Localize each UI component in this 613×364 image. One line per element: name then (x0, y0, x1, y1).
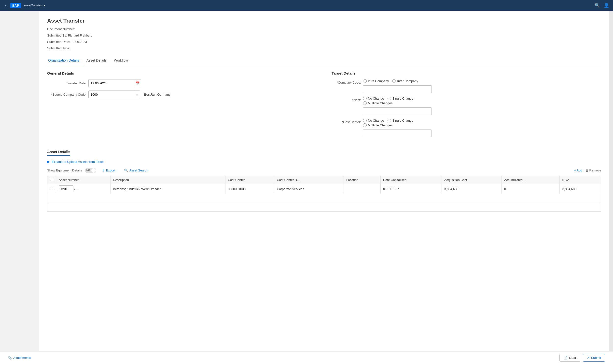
asset-table: Asset Number Description Cost Center Cos… (47, 176, 601, 212)
plant-single-change-radio[interactable]: Single Change (388, 97, 413, 100)
cc-single-change-input[interactable] (388, 119, 391, 122)
calendar-icon[interactable]: 📅 (134, 79, 141, 87)
popup-icon[interactable]: ▭ (134, 91, 140, 98)
source-company-code-row: *Source Company Code: ▭ BestRun Germany (47, 91, 317, 98)
general-details-header: General Details (47, 71, 317, 75)
tab-asset-details[interactable]: Asset Details (85, 56, 111, 65)
empty-row-1 (47, 194, 601, 203)
cost-center-label: *Cost Center: (332, 119, 361, 124)
draft-button[interactable]: 📄 Draft (559, 354, 580, 362)
details-columns: General Details Transfer Date: 📅 *Source… (47, 71, 601, 141)
company-code-row: *Company Code: Intra Company Inter Compa… (332, 79, 601, 93)
cc-no-change-input[interactable] (363, 119, 367, 122)
plant-row: *Plant: No Change Single Change (332, 97, 601, 115)
add-button[interactable]: + Add (574, 169, 582, 172)
dropdown-icon[interactable]: ▾ (44, 4, 45, 7)
tab-workflow[interactable]: Workflow (113, 56, 132, 65)
back-button[interactable]: ‹ (4, 2, 7, 9)
select-all-checkbox[interactable] (50, 178, 53, 181)
transfer-date-row: Transfer Date: 📅 (47, 79, 317, 87)
plant-single-change-input[interactable] (388, 97, 391, 100)
search-icon[interactable]: 🔍 (594, 3, 600, 8)
top-nav: ‹ SAP Asset Transfers ▾ 🔍 👤 (0, 0, 613, 11)
remove-button[interactable]: 🗑 Remove (585, 169, 601, 172)
page-title: Asset Transfer (47, 18, 601, 24)
transfer-date-input[interactable] (89, 79, 134, 87)
plant-multiple-changes-radio[interactable]: Multiple Changes (363, 101, 392, 105)
inter-company-input[interactable] (392, 79, 396, 83)
col-acquisition-cost: Acquisition Cost (442, 176, 502, 184)
intra-company-radio[interactable]: Intra Company (363, 79, 389, 83)
attachments-link[interactable]: 📎 Attachments (8, 356, 31, 360)
plant-multiple-changes-input[interactable] (363, 101, 367, 105)
cc-no-change-radio[interactable]: No Change (363, 119, 384, 122)
plant-label: *Plant: (332, 97, 361, 102)
col-cost-center-d: Cost Center D... (274, 176, 344, 184)
page-footer: 📎 Attachments 📄 Draft ↗ Submit (0, 351, 613, 364)
equipment-toggle[interactable]: NO (85, 168, 96, 173)
source-company-name: BestRun Germany (144, 93, 170, 96)
company-code-label: *Company Code: (332, 79, 361, 84)
nbv-cell: 3,834,689 (560, 184, 601, 194)
show-equipment-label: Show Equipment Details (47, 169, 82, 172)
nav-title: Asset Transfers ▾ (24, 4, 45, 7)
location-cell (344, 184, 380, 194)
intra-company-input[interactable] (363, 79, 367, 83)
company-code-radio-row: Intra Company Inter Company (363, 79, 432, 83)
row-checkbox-cell (47, 184, 56, 194)
col-accumulated: Accumulated ... (502, 176, 559, 184)
transfer-date-input-wrap: 📅 (88, 79, 141, 87)
export-button[interactable]: ⇓ Export (99, 167, 118, 174)
cost-center-d-cell: Corporate Services (274, 184, 344, 194)
cost-center-text-input[interactable] (363, 130, 432, 137)
cc-single-change-radio[interactable]: Single Change (388, 119, 413, 122)
submitted-type: Submitted Type: (47, 46, 601, 51)
asset-number-input[interactable] (59, 185, 73, 192)
asset-details-section: Asset Details ▶ Expand to Upload Assets … (47, 150, 601, 212)
company-code-text-input[interactable] (363, 85, 432, 93)
cost-center-radio-row2: Multiple Changes (363, 123, 432, 127)
tab-organization-details[interactable]: Organization Details (47, 56, 84, 65)
expand-icon: ▶ (47, 160, 50, 164)
general-details-col: General Details Transfer Date: 📅 *Source… (47, 71, 317, 141)
row-checkbox[interactable] (50, 187, 53, 190)
table-header: Asset Number Description Cost Center Cos… (47, 176, 601, 184)
submit-icon: ↗ (587, 356, 590, 360)
main-area: Asset Transfer Document Number: Submitte… (0, 11, 613, 364)
cost-center-radio-group: No Change Single Change Multiple Changes (363, 119, 432, 137)
asset-number-wrap: ▭ (59, 185, 108, 192)
col-nbv: NBV (560, 176, 601, 184)
col-location: Location (344, 176, 380, 184)
col-checkbox (47, 176, 56, 184)
copy-icon[interactable]: ▭ (74, 187, 77, 191)
table-row: ▭ Betriebsgrundstück Werk Dresden 000000… (47, 184, 601, 194)
nav-icons: 🔍 👤 (594, 3, 609, 8)
plant-no-change-radio[interactable]: No Change (363, 97, 384, 100)
cc-multiple-changes-input[interactable] (363, 123, 367, 127)
attachment-icon: 📎 (8, 356, 12, 360)
col-description: Description (111, 176, 225, 184)
source-company-code-input[interactable] (89, 91, 134, 98)
target-details-col: Target Details *Company Code: Intra Comp… (332, 71, 601, 141)
plant-no-change-input[interactable] (363, 97, 367, 100)
table-toolbar: Show Equipment Details NO ⇓ Export 🔍 Ass… (47, 167, 601, 174)
cc-multiple-changes-radio[interactable]: Multiple Changes (363, 123, 392, 127)
sidebar-right (609, 11, 613, 364)
trash-icon: 🗑 (585, 169, 588, 172)
submit-button[interactable]: ↗ Submit (583, 354, 605, 362)
asset-search-button[interactable]: 🔍 Asset Search (121, 167, 151, 174)
expand-row[interactable]: ▶ Expand to Upload Assets from Excel (47, 160, 601, 164)
asset-number-cell: ▭ (56, 184, 111, 194)
user-icon[interactable]: 👤 (604, 3, 609, 8)
inter-company-radio[interactable]: Inter Company (392, 79, 418, 83)
transfer-date-label: Transfer Date: (47, 81, 86, 85)
plant-text-input[interactable] (363, 107, 432, 115)
tabs: Organization Details Asset Details Workf… (47, 56, 601, 65)
footer-buttons: 📄 Draft ↗ Submit (559, 354, 605, 362)
expand-label: Expand to Upload Assets from Excel (52, 160, 103, 164)
plant-radio-row2: Multiple Changes (363, 101, 432, 105)
sidebar-left (0, 11, 39, 364)
submitted-by: Submitted By: Richard Frykberg (47, 33, 601, 38)
date-capitalised-cell: 01.01.1997 (380, 184, 442, 194)
col-asset-number: Asset Number (56, 176, 111, 184)
